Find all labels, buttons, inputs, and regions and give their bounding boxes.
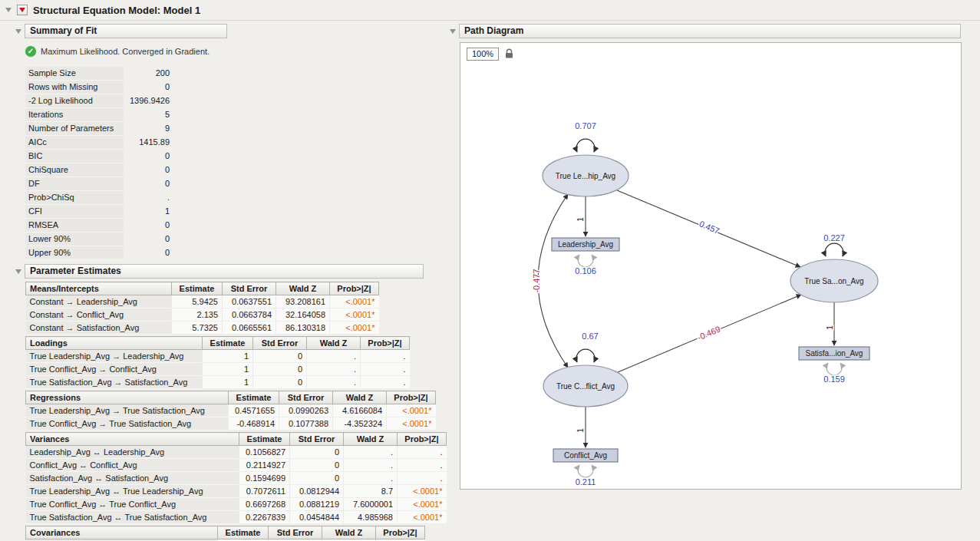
table-row: True Leadership_Avg ↔ True Leadership_Av… bbox=[26, 485, 447, 498]
table-row: True Conflict_Avg → Conflict_Avg10.. bbox=[26, 363, 410, 376]
means-intercepts-table: Means/Intercepts Estimate Std Error Wald… bbox=[25, 282, 379, 335]
regressions-table: Regressions Estimate Std Error Wald Z Pr… bbox=[25, 391, 436, 430]
status-text: Maximum Likelihood. Converged in Gradien… bbox=[41, 47, 210, 56]
table-header-row: Loadings Estimate Std Error Wald Z Prob>… bbox=[26, 337, 410, 350]
left-column: Summary of Fit ✓ Maximum Likelihood. Con… bbox=[15, 24, 447, 541]
convergence-status: ✓ Maximum Likelihood. Converged in Gradi… bbox=[25, 45, 447, 57]
manifest-node-label: Satisfa...ion_Avg bbox=[806, 349, 863, 358]
variance-label: 0.67 bbox=[582, 332, 598, 341]
variance-loop-true-satisfaction bbox=[825, 243, 843, 256]
fit-row: BIC0 bbox=[25, 150, 171, 163]
table-row: True Satisfaction_Avg ↔ True Satisfactio… bbox=[26, 511, 447, 524]
table-row: True Satisfaction_Avg → Satisfaction_Avg… bbox=[26, 376, 410, 389]
residual-loop-leadership bbox=[578, 255, 593, 267]
table-row: Satisfaction_Avg ↔ Satisfaction_Avg0.159… bbox=[26, 472, 447, 485]
loadings-table: Loadings Estimate Std Error Wald Z Prob>… bbox=[25, 336, 410, 389]
covariance-edge-leadership-conflict bbox=[538, 194, 568, 368]
fit-row: AICc1415.89 bbox=[25, 136, 171, 150]
loading-label: 1 bbox=[576, 217, 585, 222]
latent-node-label: True Le...hip_Avg bbox=[556, 172, 615, 180]
fit-row: RMSEA0 bbox=[25, 219, 171, 233]
summary-of-fit-header[interactable]: Summary of Fit bbox=[25, 24, 227, 38]
path-diagram-canvas: 100% bbox=[460, 42, 962, 490]
latent-node-label: True Sa...on_Avg bbox=[804, 277, 863, 285]
manifest-node-label: Conflict_Avg bbox=[564, 451, 607, 460]
table-header-row: Variances Estimate Std Error Wald Z Prob… bbox=[26, 433, 447, 446]
red-triangle-menu-button[interactable] bbox=[17, 5, 28, 15]
fit-row: Iterations5 bbox=[25, 108, 171, 122]
table-row: True Conflict_Avg → True Satisfaction_Av… bbox=[26, 417, 436, 430]
covariance-label: -0.477 bbox=[532, 269, 541, 292]
variance-label: 0.227 bbox=[823, 233, 845, 242]
residual-loop-conflict bbox=[578, 465, 593, 477]
fit-row: Sample Size200 bbox=[25, 67, 171, 81]
report-title-bar: Structural Equation Model: Model 1 bbox=[0, 0, 980, 21]
table-row: True Conflict_Avg ↔ True Conflict_Avg0.6… bbox=[26, 498, 447, 511]
residual-label: 0.159 bbox=[823, 374, 845, 384]
red-triangle-icon bbox=[19, 8, 25, 12]
jmp-report-window: Structural Equation Model: Model 1 Summa… bbox=[0, 0, 980, 541]
lock-icon[interactable] bbox=[504, 48, 514, 62]
path-diagram-header[interactable]: Path Diagram bbox=[459, 24, 961, 38]
fit-row: Rows with Missing0 bbox=[25, 81, 171, 94]
disclosure-triangle-summary[interactable] bbox=[15, 29, 21, 34]
variance-loop-true-leadership bbox=[576, 139, 595, 152]
success-check-icon: ✓ bbox=[25, 46, 36, 57]
loading-label: 1 bbox=[576, 428, 585, 433]
residual-label: 0.211 bbox=[576, 477, 596, 487]
table-row: Leadership_Avg ↔ Leadership_Avg0.1056827… bbox=[26, 446, 447, 459]
fit-row: Lower 90%0 bbox=[25, 233, 171, 246]
table-header-row: Covariances Estimate Std Error Wald Z Pr… bbox=[26, 526, 425, 539]
table-header-row: Means/Intercepts Estimate Std Error Wald… bbox=[26, 282, 379, 295]
variances-table: Variances Estimate Std Error Wald Z Prob… bbox=[25, 432, 447, 524]
table-row: True Leadership_Avg → True Satisfaction_… bbox=[26, 404, 436, 417]
table-row: Constant → Leadership_Avg5.94250.0637551… bbox=[26, 295, 379, 308]
report-title: Structural Equation Model: Model 1 bbox=[33, 5, 200, 16]
latent-node-label: True C...flict_Avg bbox=[556, 382, 615, 391]
fit-row: -2 Log Likelihood1396.9426 bbox=[25, 94, 171, 108]
table-row: Constant → Satisfaction_Avg5.73250.06655… bbox=[26, 322, 379, 335]
fit-row: DF0 bbox=[25, 177, 171, 191]
manifest-node-label: Leadership_Avg bbox=[558, 240, 613, 249]
fit-row: Number of Parameters9 bbox=[25, 122, 171, 136]
regression-label-positive: 0.457 bbox=[698, 219, 721, 236]
covariances-table: Covariances Estimate Std Error Wald Z Pr… bbox=[25, 526, 425, 541]
residual-loop-satisfaction bbox=[827, 363, 842, 375]
parameter-estimates-header[interactable]: Parameter Estimates bbox=[25, 264, 424, 279]
table-row: Constant → Conflict_Avg2.1350.066378432.… bbox=[26, 308, 379, 322]
disclosure-triangle-path-diagram[interactable] bbox=[450, 29, 456, 34]
zoom-level-control[interactable]: 100% bbox=[467, 48, 499, 61]
residual-label: 0.106 bbox=[575, 266, 596, 275]
right-column: Path Diagram 100% bbox=[450, 24, 965, 490]
fit-row: Upper 90%0 bbox=[25, 246, 171, 260]
summary-of-fit-table: Sample Size200 Rows with Missing0 -2 Log… bbox=[25, 67, 171, 260]
variance-loop-true-conflict bbox=[576, 349, 595, 362]
fit-row: Prob>ChiSq. bbox=[25, 191, 171, 205]
table-row: Conflict_Avg ↔ Conflict_Avg0.21149270.. bbox=[26, 459, 447, 472]
fit-row: ChiSquare0 bbox=[25, 163, 171, 177]
table-header-row: Regressions Estimate Std Error Wald Z Pr… bbox=[26, 391, 436, 404]
table-row: True Leadership_Avg → Leadership_Avg10.. bbox=[26, 350, 410, 363]
regression-label-negative: -0.469 bbox=[696, 324, 721, 341]
disclosure-triangle-main[interactable] bbox=[5, 8, 12, 12]
path-diagram-svg[interactable]: True Le...hip_Avg Leadership_Avg True Sa… bbox=[460, 43, 961, 489]
loading-label: 1 bbox=[826, 325, 834, 330]
variance-label: 0.707 bbox=[575, 121, 596, 130]
disclosure-triangle-parameters[interactable] bbox=[15, 269, 21, 274]
fit-row: CFI1 bbox=[25, 205, 171, 219]
